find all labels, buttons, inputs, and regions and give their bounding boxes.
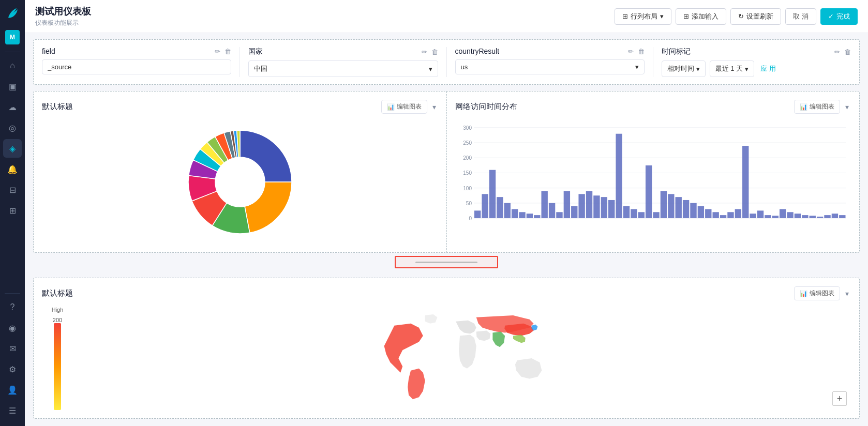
layout-button[interactable]: ⊞ 行列布局	[615, 8, 671, 25]
legend-bar	[54, 323, 61, 410]
chart-donut-header: 默认标题 📊 编辑图表 ▾	[42, 100, 438, 114]
svg-rect-15	[482, 194, 488, 218]
edit-map-chart-button[interactable]: 📊 编辑图表	[794, 286, 840, 300]
bulb-icon[interactable]: ◉	[3, 318, 22, 337]
svg-text:150: 150	[463, 171, 472, 176]
svg-rect-49	[735, 209, 741, 218]
database-icon[interactable]: ⊟	[3, 180, 22, 199]
svg-rect-22	[534, 215, 540, 218]
filter-countryresult-chevron-icon: ▾	[635, 63, 639, 71]
svg-rect-29	[586, 191, 592, 218]
content-area: field ✏ 🗑 国家 ✏ 🗑	[25, 33, 868, 426]
message-icon[interactable]: ▣	[3, 77, 22, 96]
settings-icon[interactable]: ⚙	[3, 360, 22, 378]
map-legend: High 200	[42, 307, 73, 410]
filter-field-edit-icon[interactable]: ✏	[215, 48, 220, 55]
svg-rect-34	[623, 206, 629, 218]
chart-map-actions: 📊 编辑图表 ▾	[794, 286, 851, 300]
bar-chart-dropdown-icon[interactable]: ▾	[843, 101, 851, 113]
svg-rect-60	[816, 217, 822, 218]
svg-rect-45	[705, 209, 711, 218]
filter-field-actions: ✏ 🗑	[215, 48, 231, 55]
svg-rect-44	[697, 206, 704, 218]
resize-handle[interactable]	[395, 256, 498, 268]
map-zoom-button[interactable]: +	[832, 391, 847, 406]
world-map-svg	[240, 309, 684, 407]
filter-field-input[interactable]	[42, 59, 231, 74]
svg-rect-18	[504, 203, 510, 218]
person-icon[interactable]: 👤	[3, 381, 22, 399]
cloud-icon[interactable]: ☁	[3, 98, 22, 116]
filter-time-edit-icon[interactable]: ✏	[834, 48, 840, 56]
time-range-chevron-icon: ▾	[745, 65, 749, 73]
divider-3	[653, 47, 653, 77]
donut-chart	[42, 120, 438, 244]
svg-rect-30	[593, 195, 600, 218]
search-icon[interactable]: ◎	[3, 118, 22, 137]
time-apply-button[interactable]: 应 用	[758, 61, 778, 77]
filter-country-edit-icon[interactable]: ✏	[422, 48, 427, 56]
chart-donut-actions: 📊 编辑图表 ▾	[381, 100, 438, 114]
bar-chart-svg: 050100150200250300	[455, 120, 851, 234]
filter-countryresult-edit-icon[interactable]: ✏	[628, 48, 634, 55]
filter-country-value: 中国	[254, 64, 267, 73]
time-range-select[interactable]: 最近 1 天 ▾	[710, 60, 754, 77]
svg-rect-56	[787, 212, 793, 218]
legend-value: 200	[53, 317, 62, 323]
filter-field-delete-icon[interactable]: 🗑	[225, 48, 231, 55]
edit-bar-chart-button[interactable]: 📊 编辑图表	[794, 100, 840, 114]
refresh-icon: ↻	[738, 12, 744, 20]
cancel-button[interactable]: 取 消	[785, 8, 816, 25]
filter-countryresult-select[interactable]: us ▾	[455, 59, 645, 74]
donut-chart-dropdown-icon[interactable]: ▾	[430, 101, 438, 113]
svg-rect-50	[742, 146, 749, 218]
chart-map-header: 默认标题 📊 编辑图表 ▾	[42, 286, 851, 300]
filter-countryresult-delete-icon[interactable]: 🗑	[638, 48, 645, 55]
set-refresh-button[interactable]: ↻ 设置刷新	[730, 8, 781, 25]
svg-rect-14	[474, 210, 480, 218]
edit-donut-chart-button[interactable]: 📊 编辑图表	[381, 100, 427, 114]
svg-text:200: 200	[463, 155, 472, 161]
analytics-icon[interactable]: ◈	[3, 139, 22, 158]
main-content: 测试用仪表板 仪表板功能展示 ⊞ 行列布局 ⊞ 添加输入 ↻ 设置刷新 取 消 …	[25, 0, 868, 426]
layers-icon[interactable]: ⊞	[3, 201, 22, 220]
svg-rect-17	[497, 197, 503, 218]
sidebar-divider-1	[5, 52, 20, 52]
bell-icon[interactable]: 🔔	[3, 160, 22, 178]
chart-panel-map: 默认标题 📊 编辑图表 ▾ High 200	[33, 278, 860, 419]
done-button[interactable]: ✓ 完成	[820, 8, 858, 25]
bar-chart: 050100150200250300	[455, 120, 851, 234]
svg-rect-40	[668, 194, 674, 218]
svg-rect-36	[638, 212, 644, 218]
edit-donut-chart-icon: 📊	[387, 103, 395, 111]
divider-2	[446, 47, 447, 77]
header-actions: ⊞ 行列布局 ⊞ 添加输入 ↻ 设置刷新 取 消 ✓ 完成	[615, 8, 858, 25]
filter-field: field ✏ 🗑	[42, 47, 231, 77]
edit-map-chart-icon: 📊	[800, 290, 807, 297]
map-chart-dropdown-icon[interactable]: ▾	[843, 287, 851, 300]
chat-icon[interactable]: ✉	[3, 339, 22, 358]
app-logo	[4, 5, 21, 22]
add-input-button[interactable]: ⊞ 添加输入	[676, 8, 726, 25]
user-avatar[interactable]: M	[5, 30, 20, 44]
filter-country-delete-icon[interactable]: 🗑	[431, 48, 438, 56]
filter-country-select[interactable]: 中国 ▾	[248, 60, 438, 77]
svg-rect-33	[616, 134, 622, 218]
charts-row-1: 默认标题 📊 编辑图表 ▾	[33, 91, 860, 253]
svg-rect-37	[645, 165, 651, 218]
filter-time-label: 时间标记	[662, 47, 691, 56]
chart-panel-donut: 默认标题 📊 编辑图表 ▾	[34, 92, 446, 252]
menu-icon[interactable]: ☰	[3, 401, 22, 420]
filter-country-chevron-icon: ▾	[429, 65, 432, 73]
filter-time-delete-icon[interactable]: 🗑	[844, 48, 851, 56]
chart-bar-header: 网络访问时间分布 📊 编辑图表 ▾	[455, 100, 851, 114]
sidebar-divider-2	[5, 293, 20, 294]
filter-row: field ✏ 🗑 国家 ✏ 🗑	[33, 39, 860, 85]
header: 测试用仪表板 仪表板功能展示 ⊞ 行列布局 ⊞ 添加输入 ↻ 设置刷新 取 消 …	[25, 0, 868, 33]
relative-time-select[interactable]: 相对时间 ▾	[662, 60, 706, 77]
chart-donut-title: 默认标题	[42, 102, 73, 112]
resize-handle-row	[33, 253, 860, 271]
svg-text:100: 100	[463, 186, 472, 191]
question-icon[interactable]: ?	[3, 298, 22, 316]
home-icon[interactable]: ⌂	[3, 56, 22, 75]
